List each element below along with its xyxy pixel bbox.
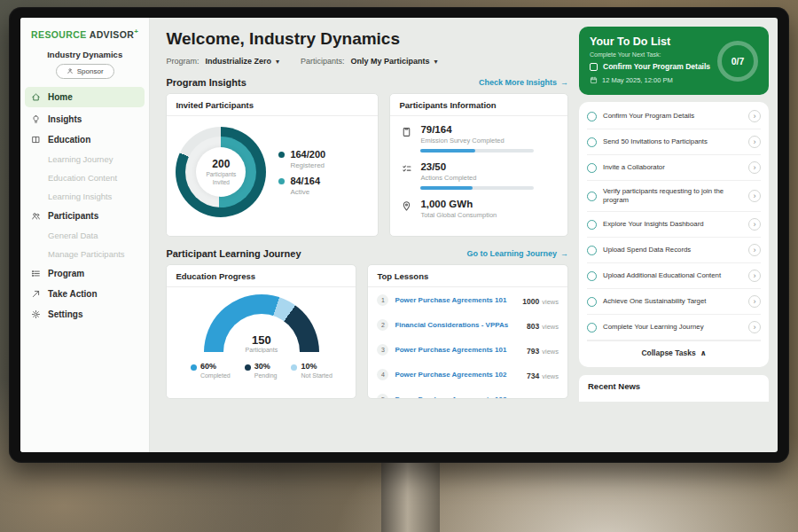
nav-label: Education bbox=[48, 135, 90, 145]
chevron-right-icon[interactable]: › bbox=[748, 136, 761, 148]
sidebar: RESOURCE ADVISOR+ Industry Dynamics Spon… bbox=[20, 18, 150, 452]
task-row[interactable]: Explore Your Insights Dashboard › bbox=[587, 212, 761, 238]
task-checkbox-icon[interactable] bbox=[587, 220, 597, 230]
sidebar-item-education[interactable]: Education bbox=[20, 129, 149, 150]
chevron-right-icon[interactable]: › bbox=[748, 110, 761, 122]
views-count: 734 bbox=[527, 372, 539, 380]
chevron-right-icon[interactable]: › bbox=[748, 244, 761, 256]
collapse-tasks-button[interactable]: Collapse Tasks ∧ bbox=[587, 340, 761, 364]
rank-badge: 1 bbox=[377, 294, 388, 306]
task-row[interactable]: Verify participants requesting to join t… bbox=[587, 181, 761, 212]
registered-value: 164/200 bbox=[290, 149, 325, 160]
emission-progress-bar bbox=[420, 149, 534, 153]
task-row[interactable]: Upload Spend Data Records › bbox=[587, 238, 761, 263]
task-checkbox-icon[interactable] bbox=[587, 192, 597, 201]
monitor-stand bbox=[381, 459, 440, 532]
task-label: Upload Spend Data Records bbox=[603, 246, 742, 254]
task-checkbox-icon[interactable] bbox=[587, 163, 597, 173]
next-task-label: Confirm Your Program Details bbox=[603, 62, 710, 71]
active-label: Active bbox=[290, 188, 320, 196]
task-checkbox-icon[interactable] bbox=[587, 323, 597, 332]
program-filter-label: Program: bbox=[166, 57, 199, 66]
sidebar-item-home[interactable]: Home bbox=[25, 87, 145, 107]
sponsor-badge[interactable]: Sponsor bbox=[56, 64, 114, 79]
views-count: 600 bbox=[527, 396, 539, 399]
task-checkbox-icon[interactable] bbox=[587, 271, 597, 281]
link-label: Check More Insights bbox=[479, 78, 557, 87]
invited-donut-chart: 200 Participants Invited bbox=[176, 127, 266, 217]
task-checkbox-icon[interactable] bbox=[587, 246, 597, 255]
stat-value: 79/164 bbox=[420, 124, 534, 135]
rank-badge: 3 bbox=[377, 344, 388, 356]
task-row[interactable]: Upload Additional Educational Content › bbox=[587, 263, 761, 289]
stat-actions-completed: 23/50 Actions Completed bbox=[401, 161, 557, 190]
go-to-learning-journey-link[interactable]: Go to Learning Journey → bbox=[466, 249, 568, 258]
chevron-right-icon[interactable]: › bbox=[748, 270, 761, 282]
chevron-down-icon: ▾ bbox=[434, 58, 437, 66]
lesson-link[interactable]: Power Purchase Agreements 102 bbox=[395, 371, 520, 379]
invited-total-label: Participants Invited bbox=[201, 171, 240, 185]
task-checkbox-icon[interactable] bbox=[587, 137, 597, 147]
views-count: 1000 bbox=[522, 297, 539, 306]
gauge-label: Participants bbox=[204, 347, 319, 353]
task-row[interactable]: Send 50 Invitations to Participants › bbox=[587, 129, 761, 155]
sidebar-item-insights[interactable]: Insights bbox=[20, 109, 149, 129]
chevron-right-icon[interactable]: › bbox=[748, 161, 761, 174]
checkbox-icon[interactable] bbox=[590, 63, 598, 71]
sidebar-item-settings[interactable]: Settings bbox=[20, 304, 149, 325]
lesson-link[interactable]: Financial Considerations - VPPAs bbox=[395, 321, 520, 329]
program-select[interactable]: Industrialize Zero ▾ bbox=[205, 57, 279, 66]
card-title: Participants Information bbox=[390, 94, 567, 116]
recent-news-header: Recent News bbox=[579, 375, 769, 402]
chevron-right-icon[interactable]: › bbox=[748, 190, 761, 202]
chevron-right-icon[interactable]: › bbox=[748, 321, 761, 333]
chevron-right-icon[interactable]: › bbox=[748, 295, 761, 308]
location-pin-icon bbox=[401, 200, 412, 212]
chevron-down-icon: ▾ bbox=[276, 58, 279, 66]
todo-task-list: Confirm Your Program Details › Send 50 I… bbox=[579, 102, 769, 367]
lesson-row: 1 Power Purchase Agreements 101 1000view… bbox=[368, 287, 567, 312]
check-more-insights-link[interactable]: Check More Insights → bbox=[479, 78, 568, 87]
home-icon bbox=[31, 92, 41, 102]
stat-global-consumption: 1,000 GWh Total Global Consumption bbox=[401, 199, 557, 219]
filter-bar: Program: Industrialize Zero ▾ Participan… bbox=[166, 57, 568, 66]
task-checkbox-icon[interactable] bbox=[587, 112, 597, 121]
chevron-right-icon[interactable]: › bbox=[748, 218, 761, 231]
task-row[interactable]: Invite a Collaborator › bbox=[587, 155, 761, 181]
participants-select[interactable]: Only My Participants ▾ bbox=[350, 57, 437, 66]
collapse-label: Collapse Tasks bbox=[641, 348, 695, 357]
task-checkbox-icon[interactable] bbox=[587, 297, 597, 307]
next-task-row[interactable]: Confirm Your Program Details bbox=[590, 62, 723, 71]
sidebar-item-general-data[interactable]: General Data bbox=[20, 226, 149, 245]
task-row[interactable]: Confirm Your Program Details › bbox=[587, 104, 761, 129]
sidebar-item-take-action[interactable]: Take Action bbox=[20, 284, 149, 304]
views-count: 803 bbox=[527, 322, 539, 331]
program-insights-header: Program Insights Check More Insights → bbox=[166, 77, 568, 88]
dashboard-screen: RESOURCE ADVISOR+ Industry Dynamics Spon… bbox=[20, 18, 778, 452]
lesson-link[interactable]: Power Purchase Agreements 101 bbox=[395, 296, 516, 304]
lesson-link[interactable]: Power Purchase Agreements 103 bbox=[395, 395, 520, 400]
nav-label: Take Action bbox=[48, 289, 98, 299]
views-count: 793 bbox=[527, 347, 539, 356]
sidebar-item-program[interactable]: Program bbox=[20, 263, 149, 284]
invited-total: 200 bbox=[212, 158, 230, 170]
task-row[interactable]: Achieve One Sustainability Target › bbox=[587, 289, 761, 315]
sidebar-item-learning-journey[interactable]: Learning Journey bbox=[20, 150, 149, 168]
sidebar-item-participants[interactable]: Participants bbox=[20, 206, 149, 226]
stat-value: 23/50 bbox=[420, 161, 534, 172]
active-dot-icon bbox=[278, 178, 285, 184]
calendar-icon bbox=[590, 76, 598, 84]
lesson-link[interactable]: Power Purchase Agreements 101 bbox=[395, 346, 520, 354]
card-title: Education Progress bbox=[167, 265, 356, 287]
clipboard-icon bbox=[401, 126, 412, 137]
legend-completed: 60% Completed bbox=[191, 362, 231, 379]
sidebar-item-learning-insights[interactable]: Learning Insights bbox=[20, 187, 149, 206]
gauge-center: 150 Participants bbox=[204, 333, 319, 353]
sidebar-item-education-content[interactable]: Education Content bbox=[20, 168, 149, 187]
org-name: Industry Dynamics bbox=[20, 50, 149, 59]
task-row[interactable]: Complete Your Learning Journey › bbox=[587, 315, 761, 340]
registered-label: Registered bbox=[290, 161, 325, 169]
sidebar-item-manage-participants[interactable]: Manage Participants bbox=[20, 245, 149, 263]
legend-pending: 30% Pending bbox=[245, 362, 278, 379]
stat-label: Emission Survey Completed bbox=[420, 137, 534, 145]
